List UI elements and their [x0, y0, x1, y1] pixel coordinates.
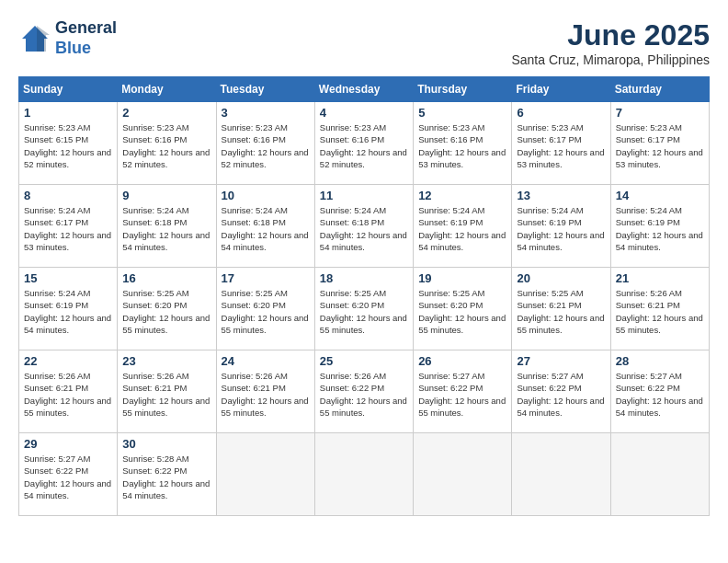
calendar-cell: 6Sunrise: 5:23 AM Sunset: 6:17 PM Daylig… — [512, 102, 610, 185]
cell-info: Sunrise: 5:27 AM Sunset: 6:22 PM Dayligh… — [517, 370, 605, 419]
calendar-cell: 17Sunrise: 5:25 AM Sunset: 6:20 PM Dayli… — [216, 268, 314, 350]
page-header: General Blue June 2025 Santa Cruz, Mimar… — [18, 18, 710, 67]
day-number: 21 — [616, 271, 704, 285]
day-number: 13 — [517, 189, 605, 202]
calendar-table: SundayMondayTuesdayWednesdayThursdayFrid… — [18, 76, 710, 516]
calendar-cell — [414, 433, 512, 516]
calendar-week-row: 1Sunrise: 5:23 AM Sunset: 6:15 PM Daylig… — [19, 102, 710, 185]
calendar-cell: 14Sunrise: 5:24 AM Sunset: 6:19 PM Dayli… — [610, 185, 709, 268]
cell-info: Sunrise: 5:23 AM Sunset: 6:16 PM Dayligh… — [122, 121, 210, 170]
calendar-cell: 25Sunrise: 5:26 AM Sunset: 6:22 PM Dayli… — [314, 350, 413, 433]
month-title: June 2025 — [511, 18, 710, 52]
cell-info: Sunrise: 5:28 AM Sunset: 6:22 PM Dayligh… — [122, 453, 210, 501]
day-number: 6 — [517, 106, 605, 120]
calendar-cell: 29Sunrise: 5:27 AM Sunset: 6:22 PM Dayli… — [19, 433, 118, 516]
weekday-header: Tuesday — [216, 77, 314, 102]
day-number: 7 — [616, 106, 704, 120]
cell-info: Sunrise: 5:26 AM Sunset: 6:21 PM Dayligh… — [616, 287, 704, 336]
day-number: 27 — [517, 354, 605, 368]
weekday-header: Wednesday — [314, 77, 413, 102]
cell-info: Sunrise: 5:23 AM Sunset: 6:17 PM Dayligh… — [616, 121, 704, 170]
cell-info: Sunrise: 5:24 AM Sunset: 6:19 PM Dayligh… — [24, 287, 112, 336]
calendar-week-row: 29Sunrise: 5:27 AM Sunset: 6:22 PM Dayli… — [19, 433, 710, 516]
weekday-header: Thursday — [414, 77, 512, 102]
cell-info: Sunrise: 5:24 AM Sunset: 6:18 PM Dayligh… — [320, 204, 408, 253]
weekday-header: Saturday — [610, 77, 709, 102]
day-number: 12 — [418, 189, 506, 202]
calendar-cell: 26Sunrise: 5:27 AM Sunset: 6:22 PM Dayli… — [414, 350, 512, 433]
day-number: 19 — [418, 271, 506, 285]
day-number: 28 — [616, 354, 704, 368]
day-number: 24 — [222, 354, 310, 368]
weekday-header: Sunday — [19, 77, 118, 102]
cell-info: Sunrise: 5:26 AM Sunset: 6:21 PM Dayligh… — [122, 370, 210, 419]
calendar-cell: 5Sunrise: 5:23 AM Sunset: 6:16 PM Daylig… — [414, 102, 512, 185]
calendar-cell: 2Sunrise: 5:23 AM Sunset: 6:16 PM Daylig… — [118, 102, 216, 185]
day-number: 4 — [320, 106, 408, 120]
logo: General Blue — [18, 18, 117, 58]
calendar-cell: 9Sunrise: 5:24 AM Sunset: 6:18 PM Daylig… — [118, 185, 216, 268]
calendar-week-row: 15Sunrise: 5:24 AM Sunset: 6:19 PM Dayli… — [19, 268, 710, 350]
calendar-cell: 15Sunrise: 5:24 AM Sunset: 6:19 PM Dayli… — [19, 268, 118, 350]
day-number: 1 — [24, 106, 112, 120]
cell-info: Sunrise: 5:26 AM Sunset: 6:22 PM Dayligh… — [320, 370, 408, 419]
cell-info: Sunrise: 5:25 AM Sunset: 6:20 PM Dayligh… — [122, 287, 210, 336]
cell-info: Sunrise: 5:23 AM Sunset: 6:17 PM Dayligh… — [517, 121, 605, 170]
calendar-cell — [216, 433, 314, 516]
weekday-header: Monday — [118, 77, 216, 102]
calendar-cell: 1Sunrise: 5:23 AM Sunset: 6:15 PM Daylig… — [19, 102, 118, 185]
cell-info: Sunrise: 5:23 AM Sunset: 6:16 PM Dayligh… — [418, 121, 506, 170]
day-number: 9 — [122, 189, 210, 202]
calendar-cell: 23Sunrise: 5:26 AM Sunset: 6:21 PM Dayli… — [118, 350, 216, 433]
calendar-week-row: 8Sunrise: 5:24 AM Sunset: 6:17 PM Daylig… — [19, 185, 710, 268]
cell-info: Sunrise: 5:24 AM Sunset: 6:17 PM Dayligh… — [24, 204, 112, 253]
day-number: 29 — [24, 437, 112, 451]
calendar-cell: 16Sunrise: 5:25 AM Sunset: 6:20 PM Dayli… — [118, 268, 216, 350]
calendar-cell: 24Sunrise: 5:26 AM Sunset: 6:21 PM Dayli… — [216, 350, 314, 433]
cell-info: Sunrise: 5:24 AM Sunset: 6:19 PM Dayligh… — [616, 204, 704, 253]
calendar-cell: 18Sunrise: 5:25 AM Sunset: 6:20 PM Dayli… — [314, 268, 413, 350]
calendar-cell: 21Sunrise: 5:26 AM Sunset: 6:21 PM Dayli… — [610, 268, 709, 350]
cell-info: Sunrise: 5:23 AM Sunset: 6:15 PM Dayligh… — [24, 121, 112, 170]
calendar-cell: 30Sunrise: 5:28 AM Sunset: 6:22 PM Dayli… — [118, 433, 216, 516]
title-section: June 2025 Santa Cruz, Mimaropa, Philippi… — [511, 18, 710, 67]
day-number: 26 — [418, 354, 506, 368]
day-number: 2 — [122, 106, 210, 120]
day-number: 18 — [320, 271, 408, 285]
cell-info: Sunrise: 5:27 AM Sunset: 6:22 PM Dayligh… — [24, 453, 112, 501]
calendar-cell: 11Sunrise: 5:24 AM Sunset: 6:18 PM Dayli… — [314, 185, 413, 268]
cell-info: Sunrise: 5:25 AM Sunset: 6:20 PM Dayligh… — [320, 287, 408, 336]
cell-info: Sunrise: 5:27 AM Sunset: 6:22 PM Dayligh… — [616, 370, 704, 419]
day-number: 23 — [122, 354, 210, 368]
day-number: 14 — [616, 189, 704, 202]
day-number: 30 — [122, 437, 210, 451]
cell-info: Sunrise: 5:26 AM Sunset: 6:21 PM Dayligh… — [222, 370, 310, 419]
calendar-week-row: 22Sunrise: 5:26 AM Sunset: 6:21 PM Dayli… — [19, 350, 710, 433]
logo-icon — [18, 22, 51, 55]
logo-text: General Blue — [55, 18, 117, 58]
cell-info: Sunrise: 5:25 AM Sunset: 6:20 PM Dayligh… — [418, 287, 506, 336]
day-number: 15 — [24, 271, 112, 285]
day-number: 10 — [222, 189, 310, 202]
weekday-header: Friday — [512, 77, 610, 102]
cell-info: Sunrise: 5:24 AM Sunset: 6:19 PM Dayligh… — [517, 204, 605, 253]
cell-info: Sunrise: 5:25 AM Sunset: 6:21 PM Dayligh… — [517, 287, 605, 336]
calendar-cell: 19Sunrise: 5:25 AM Sunset: 6:20 PM Dayli… — [414, 268, 512, 350]
calendar-cell: 22Sunrise: 5:26 AM Sunset: 6:21 PM Dayli… — [19, 350, 118, 433]
calendar-cell: 12Sunrise: 5:24 AM Sunset: 6:19 PM Dayli… — [414, 185, 512, 268]
day-number: 22 — [24, 354, 112, 368]
cell-info: Sunrise: 5:23 AM Sunset: 6:16 PM Dayligh… — [320, 121, 408, 170]
cell-info: Sunrise: 5:24 AM Sunset: 6:18 PM Dayligh… — [122, 204, 210, 253]
calendar-cell: 3Sunrise: 5:23 AM Sunset: 6:16 PM Daylig… — [216, 102, 314, 185]
calendar-cell — [512, 433, 610, 516]
day-number: 5 — [418, 106, 506, 120]
location: Santa Cruz, Mimaropa, Philippines — [511, 52, 710, 67]
day-number: 17 — [222, 271, 310, 285]
cell-info: Sunrise: 5:27 AM Sunset: 6:22 PM Dayligh… — [418, 370, 506, 419]
calendar-cell — [314, 433, 413, 516]
cell-info: Sunrise: 5:25 AM Sunset: 6:20 PM Dayligh… — [222, 287, 310, 336]
calendar-cell: 27Sunrise: 5:27 AM Sunset: 6:22 PM Dayli… — [512, 350, 610, 433]
day-number: 16 — [122, 271, 210, 285]
day-number: 25 — [320, 354, 408, 368]
day-number: 3 — [222, 106, 310, 120]
